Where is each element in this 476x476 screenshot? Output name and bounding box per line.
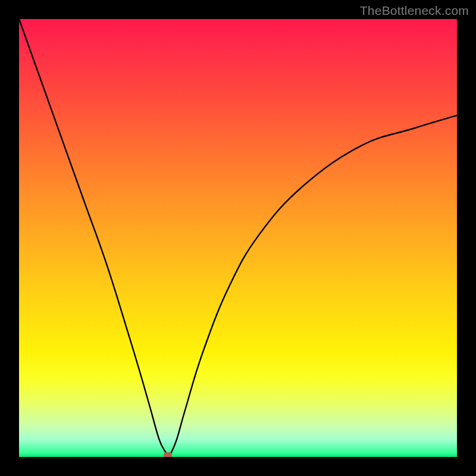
chart-frame: TheBottleneck.com — [0, 0, 476, 476]
bottleneck-curve — [19, 19, 457, 457]
curve-svg — [19, 19, 457, 457]
plot-area — [19, 19, 457, 457]
minimum-marker — [164, 452, 172, 457]
watermark-label: TheBottleneck.com — [360, 4, 469, 18]
